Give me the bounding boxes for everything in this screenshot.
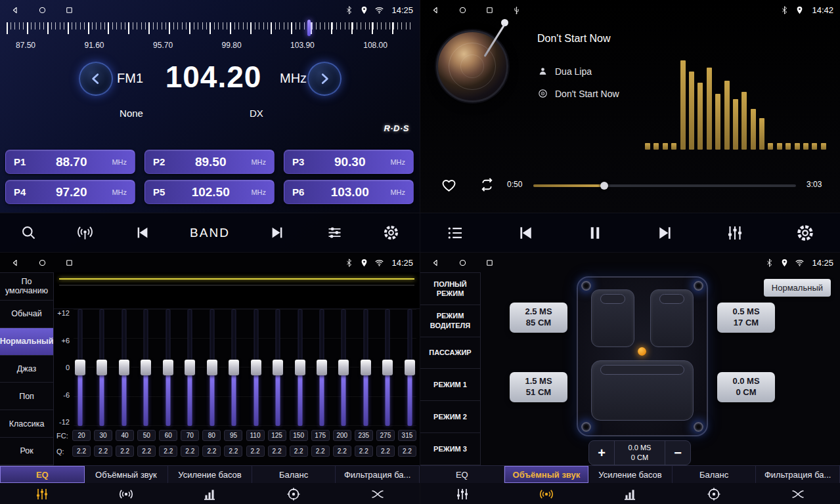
tune-down-button[interactable] [79,62,113,96]
broadcast-icon[interactable] [76,224,94,242]
tab-1[interactable]: EQ [420,466,504,483]
slider-handle[interactable] [163,360,173,375]
eq-band-slider[interactable] [183,309,196,426]
surround-mode-item[interactable]: РЕЖИМ 2 [420,401,480,433]
delay-rear-right[interactable]: 0.0 MS 0 CM [717,372,775,402]
progress-slider[interactable] [533,184,796,187]
settings-gear-icon[interactable] [795,223,815,243]
home-icon[interactable] [458,5,468,15]
eq-preset-item[interactable]: Обычай [0,301,53,328]
slider-handle[interactable] [97,360,107,375]
eq-settings-icon[interactable] [326,224,343,242]
bass-boost-tab-icon[interactable] [588,483,673,504]
tab-2[interactable]: Объёмный звук [85,466,169,483]
eq-band-slider[interactable] [227,309,240,426]
delay-front-left[interactable]: 2.5 MS 85 CM [510,303,567,333]
eq-band-slider[interactable] [162,309,175,426]
home-icon[interactable] [458,258,468,268]
tab-3[interactable]: Усиление басов [168,466,252,483]
eq-tab-icon[interactable] [420,483,504,504]
scan-icon[interactable] [20,224,37,242]
recents-icon[interactable] [64,258,74,268]
delay-front-right[interactable]: 0.5 MS 17 CM [717,303,775,333]
preset-button[interactable]: P188.70MHz [5,150,135,174]
progress-knob[interactable] [600,182,608,190]
frequency-ruler[interactable] [7,22,412,34]
tuning-indicator[interactable] [307,20,311,36]
tab-5[interactable]: Фильтрация ба... [336,466,420,483]
home-icon[interactable] [37,258,47,268]
slider-handle[interactable] [338,360,349,375]
recents-icon[interactable] [485,258,495,268]
slider-handle[interactable] [141,360,151,375]
next-station-icon[interactable] [269,224,286,242]
eq-band-slider[interactable] [118,309,131,426]
eq-band-slider[interactable] [315,309,328,426]
eq-settings-icon[interactable] [725,223,745,243]
slider-handle[interactable] [207,360,217,375]
slider-handle[interactable] [229,360,239,375]
tab-5[interactable]: Фильтрация ба... [756,466,840,483]
decrease-delay-button[interactable]: − [665,441,690,465]
surround-tab-icon[interactable] [504,483,588,504]
eq-band-slider[interactable] [337,309,350,426]
surround-mode-item[interactable]: РЕЖИМ ВОДИТЕЛЯ [420,305,480,337]
preset-button[interactable]: P390.30MHz [284,150,414,174]
increase-delay-button[interactable]: + [589,441,614,465]
back-icon[interactable] [11,5,20,15]
bass-boost-tab-icon[interactable] [168,483,252,504]
eq-band-slider[interactable] [74,309,87,426]
slider-handle[interactable] [317,360,327,375]
preset-button[interactable]: P6103.00MHz [284,180,414,204]
previous-track-icon[interactable] [516,223,535,243]
balance-tab-icon[interactable] [672,483,756,504]
slider-handle[interactable] [251,360,261,375]
eq-band-slider[interactable] [250,309,263,426]
eq-preset-item[interactable]: Нормальный [0,328,53,356]
eq-band-slider[interactable] [139,309,152,426]
eq-preset-item[interactable]: Классика [0,410,53,438]
repeat-icon[interactable] [478,176,496,194]
surround-mode-item[interactable]: РЕЖИМ 3 [420,433,480,465]
eq-tab-icon[interactable] [0,483,84,504]
slider-handle[interactable] [273,360,283,375]
previous-station-icon[interactable] [133,224,151,242]
filter-tab-icon[interactable] [336,483,420,504]
next-track-icon[interactable] [655,223,675,243]
recents-icon[interactable] [64,5,74,15]
tab-1[interactable]: EQ [0,466,85,483]
eq-band-slider[interactable] [95,309,108,426]
preset-button[interactable]: P5102.50MHz [144,180,275,204]
delay-rear-left[interactable]: 1.5 MS 51 CM [510,372,567,402]
tab-2[interactable]: Объёмный звук [504,466,589,483]
preset-button[interactable]: P497.20MHz [5,180,135,204]
playlist-icon[interactable] [445,223,465,243]
settings-gear-icon[interactable] [382,224,400,242]
tab-4[interactable]: Баланс [252,466,336,483]
eq-band-slider[interactable] [381,309,394,426]
eq-band-slider[interactable] [294,309,307,426]
favorite-icon[interactable] [440,176,458,194]
surround-mode-item[interactable]: ПОЛНЫЙ РЕЖИМ [420,273,480,305]
eq-preset-item[interactable]: Джаз [0,356,53,383]
back-icon[interactable] [431,258,441,268]
home-icon[interactable] [37,5,47,15]
pause-icon[interactable] [585,223,605,243]
surround-mode-item[interactable]: ПАССАЖИР [420,337,480,369]
surround-tab-icon[interactable] [84,483,168,504]
slider-handle[interactable] [405,360,415,375]
slider-handle[interactable] [119,360,129,375]
eq-preset-item[interactable]: Поп [0,383,53,410]
slider-handle[interactable] [361,360,371,375]
listening-position-dot[interactable] [638,347,646,356]
tab-4[interactable]: Баланс [673,466,757,483]
surround-mode-item[interactable]: РЕЖИМ 1 [420,369,480,401]
eq-band-slider[interactable] [271,309,284,426]
eq-preset-item[interactable]: По умолчанию [0,273,53,301]
slider-handle[interactable] [75,360,85,375]
sound-profile-button[interactable]: Нормальный [764,279,831,297]
eq-band-slider[interactable] [403,309,416,426]
slider-handle[interactable] [382,360,393,375]
filter-tab-icon[interactable] [756,483,840,504]
slider-handle[interactable] [295,360,305,375]
